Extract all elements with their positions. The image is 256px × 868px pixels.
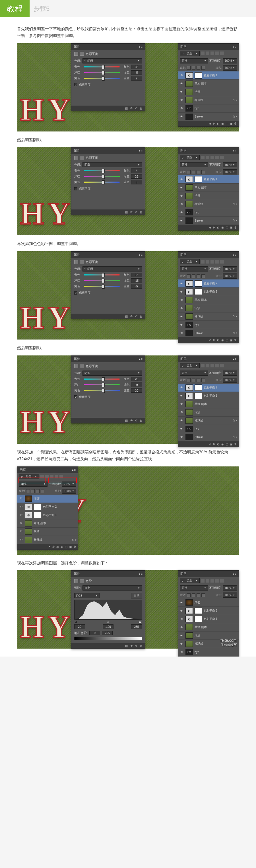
visibility-icon[interactable]: 👁 xyxy=(180,194,184,197)
link-icon[interactable]: ⬘ xyxy=(209,226,211,229)
lock-all-icon[interactable] xyxy=(201,66,205,70)
new-layer-icon[interactable]: ▣ xyxy=(230,338,232,342)
visibility-icon[interactable]: 👁 xyxy=(180,411,184,414)
visibility-icon[interactable]: 👁 xyxy=(180,331,184,335)
value-yellow-blue[interactable]: 6 xyxy=(131,180,142,184)
visibility-icon[interactable]: 👁 xyxy=(180,74,184,77)
lock-pixel-icon[interactable] xyxy=(192,378,195,382)
trash-icon[interactable]: 🗑 xyxy=(140,644,142,647)
layer-item[interactable]: 👁◐色彩平衡 1 xyxy=(178,392,238,400)
yellow-blue-slider[interactable] xyxy=(84,286,120,287)
lock-pos-icon[interactable] xyxy=(197,170,200,174)
fx-badge[interactable]: fx ▾ xyxy=(233,203,237,206)
layer-item[interactable]: 👁棒球线fx ▾ xyxy=(178,200,238,208)
layer-item[interactable]: 👁污渍 xyxy=(18,528,78,536)
cyan-red-slider[interactable] xyxy=(84,378,120,380)
filter-adj-icon[interactable] xyxy=(206,52,210,55)
layer-item[interactable]: 👁污渍 xyxy=(178,192,238,200)
yellow-blue-slider[interactable] xyxy=(84,390,120,391)
visibility-icon[interactable]: 👁 xyxy=(180,107,184,110)
value-magenta-green[interactable]: -5 xyxy=(131,70,142,75)
visibility-icon[interactable]: 👁 xyxy=(19,538,23,541)
panel-menu-icon[interactable]: ▸≡ xyxy=(139,572,142,576)
value-cyan-red[interactable]: 36 xyxy=(131,65,142,69)
visibility-icon[interactable]: 👁 xyxy=(180,427,184,431)
visibility-icon[interactable]: 👁 xyxy=(19,497,23,500)
lock-pos-icon[interactable] xyxy=(36,489,39,493)
folder-icon[interactable]: ▢ xyxy=(226,122,228,125)
layer-item[interactable]: 👁HYChyc xyxy=(178,208,238,217)
lock-pos-icon[interactable] xyxy=(197,378,200,382)
mask-add-icon[interactable]: ◐ xyxy=(217,226,220,229)
fx-badge[interactable]: fx ▾ xyxy=(233,315,237,318)
layer-item[interactable]: 👁◐色彩平衡 1 xyxy=(18,511,78,519)
layer-item[interactable]: 👁草地 副本 xyxy=(178,184,238,192)
eye-icon[interactable]: 👁 xyxy=(130,644,133,647)
panel-menu-icon[interactable]: ▸≡ xyxy=(233,45,236,49)
visibility-icon[interactable]: 👁 xyxy=(180,419,184,422)
lock-trans-icon[interactable] xyxy=(187,274,191,278)
visibility-icon[interactable]: 👁 xyxy=(180,203,184,206)
trash-icon[interactable]: 🗑 xyxy=(234,122,237,125)
trash-icon[interactable]: 🗑 xyxy=(234,442,237,446)
fill-input[interactable]: 100%▼ xyxy=(223,592,237,598)
preset-dropdown[interactable]: 自定▼ xyxy=(83,585,142,591)
visibility-icon[interactable]: 👁 xyxy=(19,530,23,533)
magenta-green-slider[interactable] xyxy=(84,72,120,73)
lock-trans-icon[interactable] xyxy=(187,593,191,597)
tone-dropdown[interactable]: 阴影▼ xyxy=(83,162,142,167)
visibility-icon[interactable]: 👁 xyxy=(180,650,184,654)
visibility-icon[interactable]: 👁 xyxy=(180,642,184,646)
fill-input[interactable]: 100%▼ xyxy=(62,489,76,494)
visibility-icon[interactable]: 👁 xyxy=(180,211,184,214)
fx-icon[interactable]: fx xyxy=(213,442,215,446)
layer-item[interactable]: 👁HYChyc xyxy=(178,321,238,329)
value-yellow-blue[interactable]: 10 xyxy=(131,388,142,393)
value-magenta-green[interactable]: 26 xyxy=(131,174,142,179)
preserve-checkbox[interactable]: ✓ xyxy=(74,291,77,294)
trash-icon[interactable]: 🗑 xyxy=(234,226,237,229)
filter-type-icon[interactable] xyxy=(211,579,214,583)
gamma-slider[interactable] xyxy=(107,621,109,623)
folder-icon[interactable]: ▢ xyxy=(65,545,67,549)
panel-menu-icon[interactable]: ▸≡ xyxy=(139,357,142,361)
filter-shape-icon[interactable] xyxy=(215,52,219,55)
reset-icon[interactable]: ↺ xyxy=(135,211,137,214)
cyan-red-slider[interactable] xyxy=(84,170,120,171)
visibility-icon[interactable]: 👁 xyxy=(19,505,23,508)
visibility-icon[interactable]: 👁 xyxy=(180,609,184,613)
preserve-checkbox[interactable]: ✓ xyxy=(74,83,77,86)
mask-add-icon[interactable]: ◐ xyxy=(217,338,220,342)
visibility-icon[interactable]: 👁 xyxy=(180,386,184,389)
lock-all-icon[interactable] xyxy=(201,170,205,174)
layer-item[interactable]: 👁棒球线fx ▾ xyxy=(178,96,238,104)
visibility-icon[interactable]: 👁 xyxy=(180,634,184,637)
fill-input[interactable]: 100%▼ xyxy=(223,378,237,383)
adjust-add-icon[interactable]: ◉ xyxy=(221,338,224,342)
filter-dropdown[interactable]: ρ类型▼ xyxy=(180,51,200,56)
lock-pos-icon[interactable] xyxy=(197,274,200,278)
filter-dropdown[interactable]: ρ类型▼ xyxy=(180,259,200,264)
fx-badge[interactable]: fx ▾ xyxy=(233,115,237,118)
preserve-checkbox[interactable]: ✓ xyxy=(74,395,77,398)
layer-item[interactable]: 👁污渍 xyxy=(178,88,238,96)
layer-item[interactable]: 👁污渍 xyxy=(178,408,238,416)
panel-menu-icon[interactable]: ▸≡ xyxy=(139,149,142,153)
layers-tab[interactable]: 图层 xyxy=(180,149,187,153)
filter-type-icon[interactable] xyxy=(211,156,214,159)
visibility-icon[interactable]: 👁 xyxy=(180,394,184,398)
clip-icon[interactable]: ◧ xyxy=(125,107,128,110)
panel-menu-icon[interactable]: ▸≡ xyxy=(139,45,142,49)
panel-menu-icon[interactable]: ▸≡ xyxy=(233,149,236,153)
layer-item[interactable]: 👁草地 副本 xyxy=(178,80,238,88)
visibility-icon[interactable]: 👁 xyxy=(180,282,184,285)
link-icon[interactable]: ⬘ xyxy=(49,545,51,549)
layer-item[interactable]: 👁◐色彩平衡 2 xyxy=(18,503,78,511)
adjust-add-icon[interactable]: ◉ xyxy=(61,545,63,549)
trash-icon[interactable]: 🗑 xyxy=(140,315,142,318)
layer-item[interactable]: 👁◐色彩平衡 1 xyxy=(178,288,238,296)
reset-icon[interactable]: ↺ xyxy=(135,107,137,110)
value-cyan-red[interactable]: 6 xyxy=(131,168,142,173)
output-black[interactable]: 0 xyxy=(89,631,100,635)
visibility-icon[interactable]: 👁 xyxy=(180,315,184,318)
